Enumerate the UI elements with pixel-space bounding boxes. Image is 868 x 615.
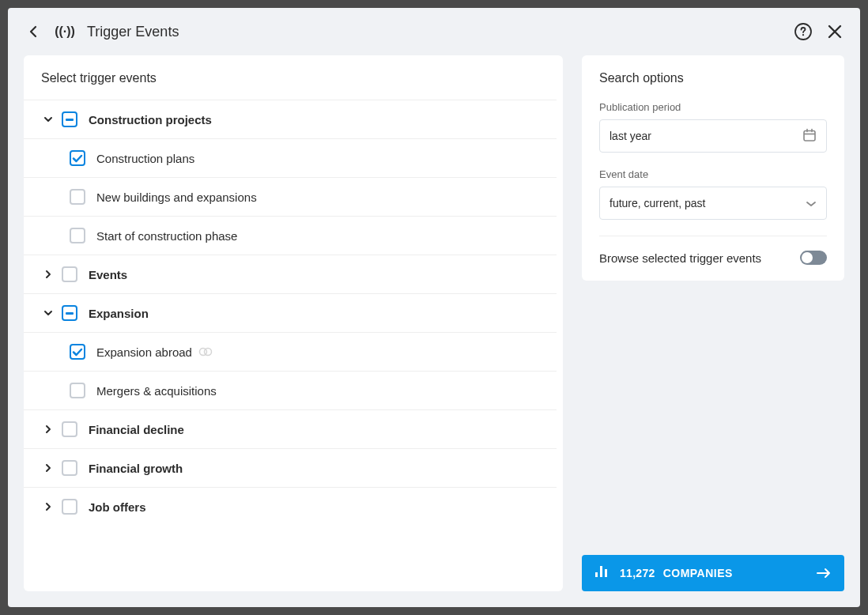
checkbox[interactable] [62,499,77,515]
subcategory-label: Mergers & acquisitions [96,384,217,398]
svg-rect-4 [804,130,815,141]
checkbox[interactable] [62,266,77,282]
svg-rect-7 [605,569,607,577]
link-icon [198,346,213,357]
chevron-down-icon[interactable] [41,112,55,126]
calendar-icon [802,128,817,145]
subcategory-label: Construction plans [96,152,194,165]
checkbox[interactable] [62,460,77,476]
subcategory-row[interactable]: Start of construction phase [24,217,557,255]
chevron-left-icon [29,25,37,38]
category-row[interactable]: Financial growth [24,449,557,487]
category-row[interactable]: Job offers [24,488,557,526]
trigger-events-tree[interactable]: Construction projectsConstruction plansN… [24,100,563,591]
checkbox[interactable] [70,228,85,243]
trigger-events-modal: ((·)) Trigger Events Select trigger even… [8,8,860,607]
svg-rect-6 [600,566,602,577]
checkbox[interactable] [70,344,85,360]
back-button[interactable] [24,22,43,41]
category-row[interactable]: Expansion [24,294,557,332]
trigger-events-panel: Select trigger events Construction proje… [24,55,563,591]
svg-point-1 [802,34,804,36]
chevron-right-icon[interactable] [41,461,55,475]
event-date-value: future, current, past [609,197,705,209]
event-date-label: Event date [599,168,827,180]
subcategory-row[interactable]: Construction plans [24,139,557,177]
close-button[interactable] [825,22,844,41]
category-row[interactable]: Events [24,255,557,293]
publication-period-label: Publication period [599,101,827,113]
publication-period-value: last year [609,130,651,142]
browse-toggle-label: Browse selected trigger events [599,251,761,265]
search-options-panel: Search options Publication period last y… [582,55,844,591]
modal-title: Trigger Events [87,24,794,40]
subcategory-row[interactable]: Expansion abroad [24,333,557,371]
chevron-down-icon [806,197,817,209]
results-label: COMPANIES [663,567,816,579]
subcategory-row[interactable]: New buildings and expansions [24,178,557,216]
event-date-select[interactable]: future, current, past [599,187,827,220]
category-label: Financial decline [89,423,184,436]
subcategory-label: New buildings and expansions [96,191,257,204]
panel-title: Select trigger events [24,55,563,100]
modal-header: ((·)) Trigger Events [8,8,860,55]
chevron-down-icon[interactable] [41,306,55,320]
bar-chart-icon [594,565,609,581]
search-options-card: Search options Publication period last y… [582,55,844,281]
checkbox[interactable] [70,383,85,398]
category-row[interactable]: Construction projects [24,100,557,138]
checkbox[interactable] [70,189,85,205]
checkbox[interactable] [62,421,77,437]
event-date-field: Event date future, current, past [599,168,827,220]
category-label: Job offers [89,500,146,514]
checkbox[interactable] [70,150,85,166]
toggle-knob [802,252,813,263]
chevron-right-icon[interactable] [41,422,55,436]
trigger-events-icon: ((·)) [57,24,73,40]
options-title: Search options [599,71,827,85]
checkbox[interactable] [62,111,77,127]
publication-period-input[interactable]: last year [599,119,827,153]
results-count: 11,272 [620,567,655,579]
help-icon [794,23,812,40]
browse-toggle-row: Browse selected trigger events [599,251,827,265]
subcategory-row[interactable]: Mergers & acquisitions [24,372,557,409]
close-icon [828,25,842,39]
modal-body: Select trigger events Construction proje… [8,55,860,607]
header-actions [794,22,844,41]
category-label: Events [89,268,127,281]
checkbox[interactable] [62,305,77,321]
subcategory-label: Expansion abroad [96,345,192,359]
publication-period-field: Publication period last year [599,101,827,153]
subcategory-label: Start of construction phase [96,229,237,243]
svg-point-3 [204,349,211,356]
category-label: Financial growth [89,462,183,475]
category-label: Expansion [89,307,149,320]
arrow-right-icon [816,568,832,579]
svg-rect-5 [595,572,598,577]
results-button[interactable]: 11,272 COMPANIES [582,555,844,591]
divider [599,236,827,236]
chevron-right-icon[interactable] [41,500,55,514]
category-row[interactable]: Financial decline [24,410,557,448]
chevron-right-icon[interactable] [41,267,55,281]
help-button[interactable] [794,22,813,41]
browse-toggle[interactable] [800,251,827,265]
category-label: Construction projects [89,113,212,126]
